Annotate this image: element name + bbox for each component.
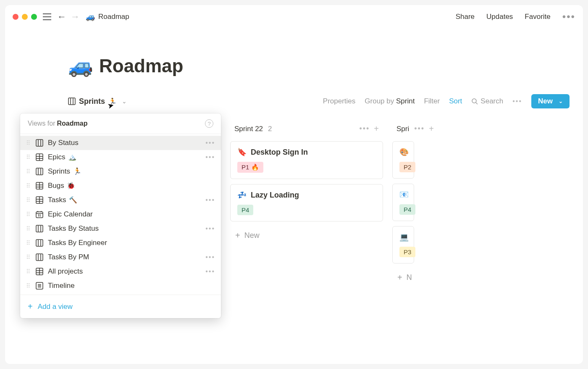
view-item-timeline[interactable]: ⠿Timeline (20, 279, 221, 293)
view-item-all-projects[interactable]: ⠿All projects••• (20, 264, 221, 279)
board-icon (35, 167, 44, 176)
card-icon: 🎨 (399, 148, 409, 157)
new-button[interactable]: New ⌄ (531, 94, 570, 108)
plus-icon: + (397, 273, 402, 282)
drag-handle-icon[interactable]: ⠿ (26, 170, 31, 173)
app-window: ← → 🚙 Roadmap Share Updates Favorite •••… (5, 5, 583, 364)
view-item-tasks[interactable]: ⠿Tasks 🔨••• (20, 193, 221, 207)
svg-text:31: 31 (38, 214, 41, 217)
maximize-window-button[interactable] (31, 14, 37, 20)
page-title-text[interactable]: Roadmap (99, 55, 183, 76)
drag-handle-icon[interactable]: ⠿ (26, 141, 31, 145)
view-item-more-icon[interactable]: ••• (205, 225, 215, 232)
svg-rect-10 (36, 240, 43, 246)
group-by-button[interactable]: Group by Sprint (365, 97, 415, 105)
board-column: Sprint 222•••+🔖Desktop Sign InP1 🔥💤Lazy … (230, 121, 383, 289)
views-dropdown: Views for Roadmap ? ⠿By Status•••⠿Epics … (20, 113, 221, 318)
column-more-icon[interactable]: ••• (414, 124, 425, 133)
share-button[interactable]: Share (456, 13, 475, 21)
view-item-tasks-by-pm[interactable]: ⠿Tasks By PM••• (20, 250, 221, 264)
minimize-window-button[interactable] (22, 14, 28, 20)
page-icon[interactable]: 🚙 (68, 54, 93, 78)
card-icon: 💤 (237, 190, 247, 200)
view-toolbar: Sprints 🏃 ⌄ Properties Group by Sprint F… (68, 93, 583, 110)
table-icon (35, 196, 44, 204)
menu-icon[interactable] (43, 13, 51, 20)
drag-handle-icon[interactable]: ⠿ (26, 270, 31, 273)
view-item-by-status[interactable]: ⠿By Status••• (20, 136, 221, 150)
view-more-icon[interactable]: ••• (512, 98, 522, 105)
view-actions: Properties Group by Sprint Filter Sort S… (323, 94, 583, 108)
view-item-more-icon[interactable]: ••• (205, 268, 215, 275)
page-title: 🚙 Roadmap (68, 54, 583, 78)
forward-button[interactable]: → (71, 11, 80, 22)
list-icon (35, 282, 44, 290)
more-icon[interactable]: ••• (562, 11, 575, 23)
drag-handle-icon[interactable]: ⠿ (26, 156, 31, 159)
updates-button[interactable]: Updates (486, 13, 513, 21)
view-item-tasks-by-engineer[interactable]: ⠿Tasks By Engineer (20, 236, 221, 250)
filter-button[interactable]: Filter (424, 97, 440, 105)
kanban-card[interactable]: 🎨P2 (392, 141, 414, 179)
add-card-button[interactable]: +N (392, 266, 414, 289)
search-button[interactable]: Search (471, 97, 503, 105)
drag-handle-icon[interactable]: ⠿ (26, 198, 31, 202)
breadcrumb[interactable]: 🚙 Roadmap (86, 12, 129, 21)
board-icon (35, 239, 44, 247)
kanban-card[interactable]: 💤Lazy LoadingP4 (230, 184, 383, 221)
column-add-icon[interactable]: + (429, 124, 434, 134)
view-item-more-icon[interactable]: ••• (205, 153, 215, 161)
table-icon (35, 153, 44, 161)
add-view-button[interactable]: + Add a view (20, 295, 221, 318)
column-header: Sprint 222•••+ (230, 121, 383, 136)
views-dropdown-header: Views for Roadmap ? (20, 113, 221, 134)
column-header: Spri•••+ (392, 121, 414, 136)
view-item-bugs[interactable]: ⠿Bugs 🐞 (20, 179, 221, 193)
svg-rect-4 (36, 168, 43, 175)
card-icon: 🔖 (237, 148, 247, 157)
view-selector[interactable]: Sprints 🏃 ⌄ (68, 97, 127, 106)
table-icon (35, 182, 44, 190)
favorite-button[interactable]: Favorite (525, 13, 550, 21)
table-icon (35, 267, 44, 276)
priority-tag: P3 (399, 247, 415, 257)
kanban-card[interactable]: 💻P3 (392, 226, 414, 264)
svg-rect-2 (36, 140, 43, 146)
column-more-icon[interactable]: ••• (359, 124, 370, 133)
add-card-button[interactable]: +New (230, 224, 383, 247)
svg-rect-0 (68, 98, 75, 105)
drag-handle-icon[interactable]: ⠿ (26, 213, 31, 216)
view-item-label: Tasks 🔨 (48, 196, 201, 204)
help-icon[interactable]: ? (205, 119, 213, 128)
view-item-tasks-by-status[interactable]: ⠿Tasks By Status••• (20, 221, 221, 236)
column-title[interactable]: Spri (396, 125, 409, 133)
svg-point-1 (472, 99, 476, 103)
calendar-icon: 31 (35, 210, 44, 219)
kanban-card[interactable]: 📧P4 (392, 184, 414, 221)
column-add-icon[interactable]: + (374, 124, 379, 134)
drag-handle-icon[interactable]: ⠿ (26, 241, 31, 245)
view-item-more-icon[interactable]: ••• (205, 196, 215, 204)
drag-handle-icon[interactable]: ⠿ (26, 256, 31, 259)
drag-handle-icon[interactable]: ⠿ (26, 184, 31, 187)
view-item-label: Epic Calendar (48, 210, 215, 219)
column-count: 2 (268, 125, 272, 133)
drag-handle-icon[interactable]: ⠿ (26, 284, 31, 287)
column-title[interactable]: Sprint 22 (234, 125, 263, 133)
view-item-epic-calendar[interactable]: ⠿31Epic Calendar (20, 207, 221, 221)
view-item-label: Tasks By PM (48, 253, 201, 261)
view-item-more-icon[interactable]: ••• (205, 139, 215, 147)
back-button[interactable]: ← (57, 11, 66, 22)
properties-button[interactable]: Properties (323, 97, 355, 105)
kanban-card[interactable]: 🔖Desktop Sign InP1 🔥 (230, 141, 383, 179)
sort-button[interactable]: Sort (449, 97, 462, 105)
board-icon (68, 98, 76, 105)
view-item-label: Timeline (48, 282, 215, 290)
view-item-more-icon[interactable]: ••• (205, 253, 215, 261)
close-window-button[interactable] (13, 14, 18, 20)
drag-handle-icon[interactable]: ⠿ (26, 227, 31, 230)
view-item-epics[interactable]: ⠿Epics 🏔️••• (20, 150, 221, 164)
breadcrumb-icon: 🚙 (86, 12, 95, 21)
topbar: ← → 🚙 Roadmap Share Updates Favorite ••• (5, 5, 583, 29)
view-item-sprints[interactable]: ⠿Sprints 🏃 (20, 164, 221, 179)
